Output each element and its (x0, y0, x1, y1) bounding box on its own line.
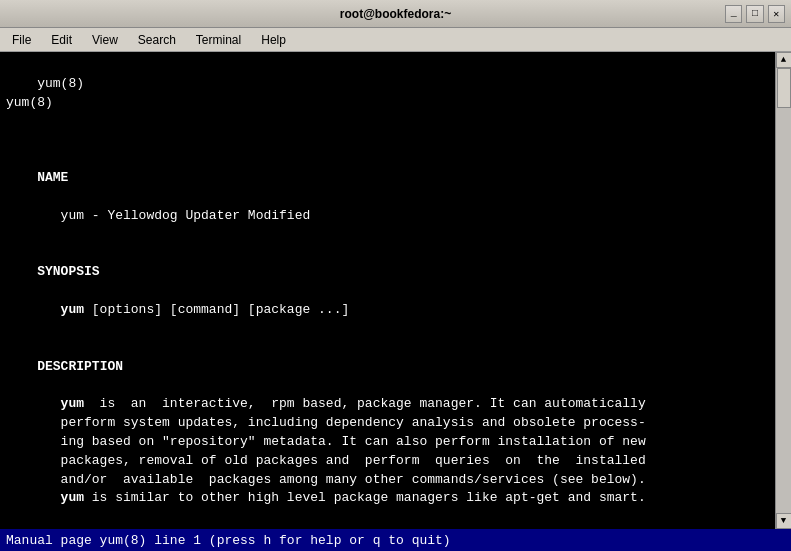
window-controls: _ □ ✕ (725, 5, 785, 23)
name-section-header: NAME (37, 170, 68, 185)
scroll-down-button[interactable]: ▼ (776, 513, 792, 529)
description-header: DESCRIPTION (37, 359, 123, 374)
menu-edit[interactable]: Edit (43, 31, 80, 49)
menu-terminal[interactable]: Terminal (188, 31, 249, 49)
close-button[interactable]: ✕ (768, 5, 785, 23)
name-content: yum - Yellowdog Updater Modified (6, 208, 310, 223)
minimize-button[interactable]: _ (725, 5, 742, 23)
terminal-content[interactable]: yum(8)yum(8) NAME yum - Yellowdog Update… (0, 52, 775, 529)
synopsis-header: SYNOPSIS (37, 264, 99, 279)
scroll-track[interactable] (776, 68, 791, 513)
menu-view[interactable]: View (84, 31, 126, 49)
menu-search[interactable]: Search (130, 31, 184, 49)
menu-bar: File Edit View Search Terminal Help (0, 28, 791, 52)
scroll-thumb[interactable] (777, 68, 791, 108)
maximize-button[interactable]: □ (746, 5, 763, 23)
window-title: root@bookfedora:~ (66, 7, 725, 21)
scroll-up-button[interactable]: ▲ (776, 52, 792, 68)
terminal-container: yum(8)yum(8) NAME yum - Yellowdog Update… (0, 52, 791, 529)
description-content: yum is an interactive, rpm based, packag… (6, 396, 646, 529)
status-bar: Manual page yum(8) line 1 (press h for h… (0, 529, 791, 551)
scrollbar[interactable]: ▲ ▼ (775, 52, 791, 529)
menu-help[interactable]: Help (253, 31, 294, 49)
header-line: yum(8)yum(8) (6, 76, 724, 110)
status-text: Manual page yum(8) line 1 (press h for h… (6, 533, 451, 548)
synopsis-content: yum [options] [command] [package ...] (6, 302, 349, 317)
menu-file[interactable]: File (4, 31, 39, 49)
title-bar: root@bookfedora:~ _ □ ✕ (0, 0, 791, 28)
